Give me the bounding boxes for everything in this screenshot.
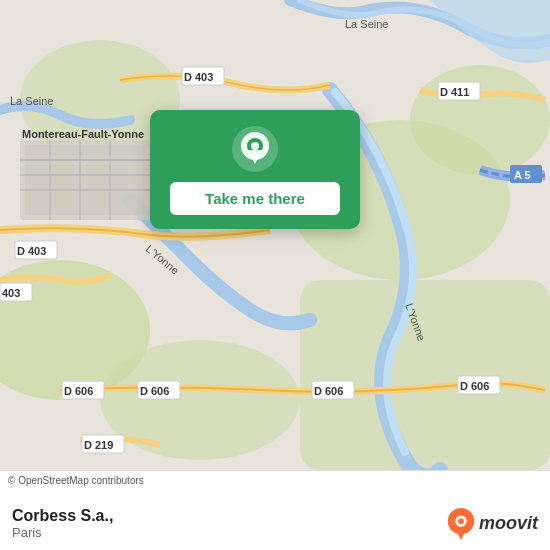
svg-text:D 606: D 606	[64, 385, 93, 397]
moovit-text: moovit	[479, 513, 538, 534]
svg-text:A 5: A 5	[514, 169, 531, 181]
svg-text:D 219: D 219	[84, 439, 113, 451]
svg-text:D 606: D 606	[314, 385, 343, 397]
place-row: Corbess S.a., Paris moovit	[0, 501, 550, 550]
location-pin-icon	[232, 126, 278, 172]
app: La Seine La Seine Montereau-Fault-Yonne …	[0, 0, 550, 550]
svg-text:Montereau-Fault-Yonne: Montereau-Fault-Yonne	[22, 128, 144, 140]
svg-text:D 606: D 606	[140, 385, 169, 397]
moovit-pin-icon	[447, 508, 475, 540]
svg-text:D 403: D 403	[17, 245, 46, 257]
svg-rect-8	[25, 145, 145, 215]
place-info: Corbess S.a., Paris	[12, 507, 113, 540]
svg-point-44	[251, 142, 259, 150]
svg-text:D 403: D 403	[184, 71, 213, 83]
attribution-row: © OpenStreetMap contributors	[0, 471, 550, 488]
svg-point-3	[410, 65, 550, 175]
map-container: La Seine La Seine Montereau-Fault-Yonne …	[0, 0, 550, 470]
place-name: Corbess S.a.,	[12, 507, 113, 525]
place-city: Paris	[12, 525, 113, 540]
svg-text:La Seine: La Seine	[10, 95, 53, 107]
moovit-logo: moovit	[447, 508, 538, 540]
bottom-bar: © OpenStreetMap contributors Corbess S.a…	[0, 470, 550, 550]
svg-rect-5	[300, 280, 550, 470]
svg-text:D 606: D 606	[460, 380, 489, 392]
svg-text:La Seine: La Seine	[345, 18, 388, 30]
svg-text:D 411: D 411	[440, 86, 469, 98]
svg-point-48	[458, 518, 464, 524]
take-me-button[interactable]: Take me there	[170, 182, 340, 215]
svg-text:403: 403	[2, 287, 20, 299]
take-me-card: Take me there	[150, 110, 360, 229]
attribution-text: © OpenStreetMap contributors	[8, 475, 144, 486]
map-svg: La Seine La Seine Montereau-Fault-Yonne …	[0, 0, 550, 470]
